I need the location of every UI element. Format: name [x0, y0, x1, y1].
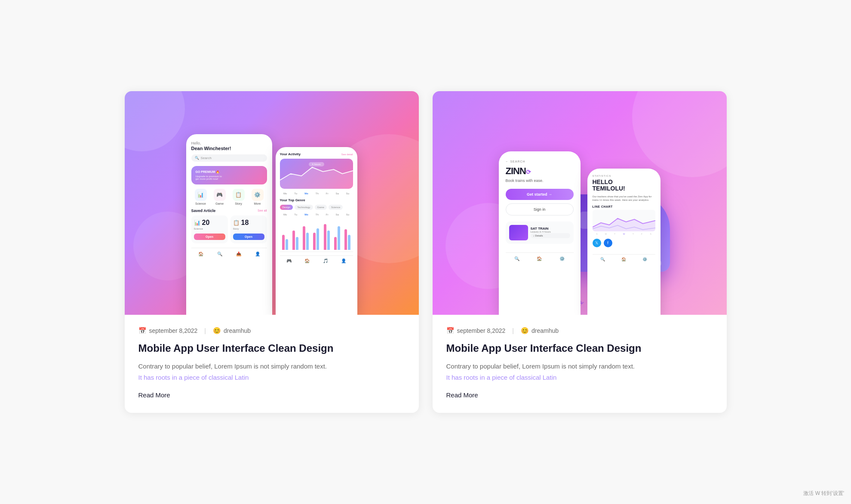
train-card: SAT TRAIN Leaves in 4 hours ↓ Details — [506, 221, 574, 244]
phone-article-story: 📋 18 Story Open — [230, 215, 267, 243]
card-2-author: dreamhub — [531, 327, 559, 334]
phone-mockup-1: Hello, Dean Winchester! 🔍 Search GO PREM… — [186, 134, 357, 315]
phone-premium-card: GO PREMIUM 🔥 Upgrade to premium toget mo… — [191, 166, 267, 184]
card-1-author-meta: 😊 dreamhub — [213, 327, 251, 335]
card-2-banner: ← Search ZINN⟳ Book trains with ease. Ge… — [433, 91, 727, 315]
card-2-date-meta: 📅 september 8,2022 — [446, 327, 506, 335]
card-1-meta: 📅 september 8,2022 | 😊 dreamhub — [138, 327, 405, 335]
card-1-date: september 8,2022 — [149, 327, 198, 334]
zinn-phone: ← Search ZINN⟳ Book trains with ease. Ge… — [499, 151, 581, 315]
phone-activity-chart: 4 hours — [280, 159, 353, 189]
phone-mockup-2: ← Search ZINN⟳ Book trains with ease. Ge… — [499, 151, 661, 315]
author-icon: 😊 — [213, 327, 221, 335]
stats-line-chart — [593, 210, 655, 231]
calendar-icon: 📅 — [138, 327, 147, 335]
card-2-read-more[interactable]: Read More — [446, 391, 478, 399]
stats-phone: STATISTICS HELLOTEMILOLU! Our trackers s… — [587, 169, 661, 315]
card-2-title: Mobile App User Interface Clean Design — [446, 341, 713, 355]
phone-saved-header: Saved Article See all — [191, 209, 267, 213]
watermark: 激活 W 转到'设置' — [803, 490, 844, 497]
card-2-content: 📅 september 8,2022 | 😊 dreamhub Mobile A… — [433, 315, 727, 413]
phone-left: Hello, Dean Winchester! 🔍 Search GO PREM… — [186, 134, 272, 315]
card-1-title: Mobile App User Interface Clean Design — [138, 341, 405, 355]
card-1-read-more[interactable]: Read More — [138, 391, 170, 399]
card-1-banner: Hello, Dean Winchester! 🔍 Search GO PREM… — [125, 91, 419, 315]
facebook-icon: f — [604, 239, 612, 247]
zinn-get-started-btn[interactable]: Get started → — [506, 189, 574, 200]
phone-bar-chart — [280, 218, 353, 252]
phone-right: Your Activity See detail 4 hours Mo Tu W — [276, 147, 357, 315]
phone-icon-more: ⚙️ More — [252, 189, 264, 205]
phone-name: Dean Winchester! — [191, 146, 267, 151]
calendar-icon-2: 📅 — [446, 327, 455, 335]
train-details-btn[interactable]: ↓ Details — [531, 233, 570, 238]
phone-activity-header: Your Activity See detail — [280, 152, 353, 157]
card-2-date: september 8,2022 — [457, 327, 506, 334]
card-2-desc: Contrary to popular belief, Lorem Ipsum … — [446, 361, 713, 383]
phone-icons-row: 📊 Science 🎮 Game 📋 Story ⚙️ — [191, 189, 267, 205]
phone-icon-game: 🎮 Game — [214, 189, 226, 205]
phone-genre-tabs: Design Technology Game Science — [280, 205, 353, 210]
phone-icon-science: 📊 Science — [195, 189, 207, 205]
card-1: Hello, Dean Winchester! 🔍 Search GO PREM… — [125, 91, 419, 413]
card-2: ← Search ZINN⟳ Book trains with ease. Ge… — [433, 91, 727, 413]
svg-marker-0 — [280, 167, 353, 189]
card-2-meta: 📅 september 8,2022 | 😊 dreamhub — [446, 327, 713, 335]
card-1-desc: Contrary to popular belief, Lorem Ipsum … — [138, 361, 405, 383]
card-2-author-meta: 😊 dreamhub — [521, 327, 559, 335]
card-1-date-meta: 📅 september 8,2022 — [138, 327, 198, 335]
phone-greeting: Hello, — [191, 141, 267, 145]
phone-article-science: 📊 20 Science Open — [191, 215, 228, 243]
twitter-icon: 𝕏 — [593, 239, 601, 247]
train-thumbnail — [509, 225, 528, 240]
card-1-author: dreamhub — [224, 327, 251, 334]
zinn-signin: Sign in — [506, 203, 574, 215]
cards-container: Hello, Dean Winchester! 🔍 Search GO PREM… — [125, 91, 727, 413]
author-icon-2: 😊 — [521, 327, 529, 335]
phone-article-cards: 📊 20 Science Open 📋 18 Story — [191, 215, 267, 243]
phone-search: 🔍 Search — [191, 154, 267, 162]
phone-icon-story: 📋 Story — [233, 189, 245, 205]
card-1-content: 📅 september 8,2022 | 😊 dreamhub Mobile A… — [125, 315, 419, 413]
